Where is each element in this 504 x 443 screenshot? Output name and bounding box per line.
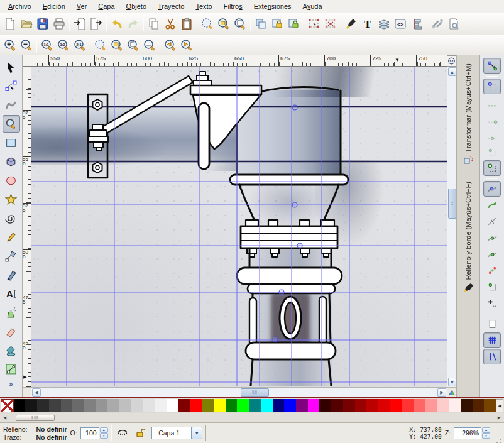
zoom-down-button[interactable]: ▼ [482, 433, 490, 439]
zoom-tool-button[interactable] [3, 115, 20, 133]
zoom-previous-button[interactable] [162, 37, 178, 53]
paint-bucket-tool-button[interactable] [3, 341, 20, 359]
zoom-1-2-button[interactable]: 1:2 [55, 37, 72, 53]
menu-edicion[interactable]: Edición [37, 1, 71, 11]
snap-bbox-edge-midpoints-button[interactable] [483, 128, 501, 143]
swatch-552200[interactable] [473, 399, 485, 412]
swatch-bb0000[interactable] [366, 399, 378, 412]
swatch-555555[interactable] [61, 399, 73, 412]
swatch-none[interactable] [1, 399, 14, 412]
node-editor-tool-button[interactable] [3, 77, 20, 95]
snap-object-centers-button[interactable] [483, 263, 501, 278]
box-3d-tool-button[interactable] [3, 153, 20, 170]
opacity-spinbox[interactable]: 100 ▲ ▼ [80, 427, 108, 439]
spiral-tool-button[interactable] [3, 209, 20, 227]
zoom-in-button[interactable] [2, 37, 18, 53]
snap-bbox-edges-button[interactable] [483, 95, 501, 111]
swatch-008000[interactable] [226, 399, 238, 412]
zoom-page-button[interactable] [125, 37, 141, 53]
menu-ver[interactable]: Ver [71, 1, 93, 11]
menu-archivo[interactable]: Archivo [3, 1, 37, 11]
tweak-tool-button[interactable] [3, 96, 20, 114]
layers-dialog-button[interactable] [376, 16, 392, 32]
pencil-tool-button[interactable] [3, 228, 20, 246]
swatch-0000ff[interactable] [284, 399, 296, 412]
zoom-drawing-button[interactable] [216, 16, 232, 32]
opacity-value[interactable]: 100 [80, 427, 99, 439]
zoom-1-1-corner-button[interactable]: 1:1 [447, 55, 456, 67]
gradient-tool-button[interactable] [3, 360, 20, 378]
swatch-aaaaaa[interactable] [107, 399, 119, 412]
undo-button[interactable] [109, 16, 125, 32]
duplicate-button[interactable] [253, 16, 269, 32]
swatch-2a2a2a[interactable] [37, 399, 49, 412]
swatch-6a6a6a[interactable] [72, 399, 84, 412]
snap-bbox-centers-button[interactable] [483, 144, 501, 160]
swatch-ffff00[interactable] [214, 399, 226, 412]
cut-button[interactable] [162, 16, 178, 32]
zoom-out-button[interactable] [18, 37, 35, 53]
swatch-ff00ff[interactable] [308, 399, 320, 412]
snap-bbox-corners-button[interactable] [483, 111, 501, 127]
swatch-990000[interactable] [355, 399, 367, 412]
swatch-ff9999[interactable] [425, 399, 437, 412]
swatch-404040[interactable] [49, 399, 61, 412]
layer-visibility-eye-icon[interactable] [115, 425, 130, 440]
swatch-550000[interactable] [331, 399, 343, 412]
menu-objeto[interactable]: Objeto [121, 1, 152, 11]
paste-button[interactable] [178, 16, 195, 32]
unlink-clone-button[interactable] [285, 16, 302, 32]
color-managed-view-button[interactable] [447, 387, 456, 397]
swatch-800080[interactable] [296, 399, 308, 412]
scroll-down-arrow[interactable]: ▼ [448, 378, 456, 386]
swatch-f0f0f0[interactable] [155, 399, 167, 412]
swatch-bfbfbf[interactable] [119, 399, 131, 412]
save-document-button[interactable] [35, 16, 51, 32]
swatch-959595[interactable] [96, 399, 108, 412]
swatch-ffffff[interactable] [167, 399, 178, 412]
snap-bbox-button[interactable] [483, 79, 501, 94]
redo-button[interactable] [125, 16, 141, 32]
snap-paths-button[interactable] [483, 181, 501, 197]
swatch-dd0000[interactable] [378, 399, 390, 412]
snap-cusp-nodes-button[interactable] [483, 214, 501, 229]
layer-selector[interactable]: - Capa 1 ▼ [151, 427, 202, 439]
vertical-ruler[interactable]: 575550525500475450▶ [23, 67, 31, 387]
rectangle-tool-button[interactable] [3, 134, 20, 151]
opacity-up-button[interactable]: ▲ [100, 427, 108, 433]
palette-scroll-left-arrow[interactable]: ◀ [496, 399, 503, 412]
swatch-000080[interactable] [273, 399, 285, 412]
snap-midpoints-button[interactable] [483, 246, 501, 262]
toolbox-overflow-chevron[interactable]: » [9, 380, 13, 388]
snap-page-border-button[interactable] [483, 316, 501, 332]
layer-dropdown-arrow[interactable]: ▼ [192, 427, 202, 439]
scroll-left-arrow[interactable]: ◀ [32, 388, 41, 397]
star-tool-button[interactable] [3, 190, 20, 208]
palette-scroll-thumb[interactable]: ⦀⦀⦀ [16, 415, 55, 421]
horizontal-scrollbar[interactable]: ◀ ⦀⦀ ▶ [31, 387, 447, 397]
spray-tool-button[interactable] [3, 304, 20, 321]
menu-filtros[interactable]: Filtros [218, 1, 248, 11]
menu-ayuda[interactable]: Ayuda [297, 1, 328, 11]
snap-text-baselines-button[interactable] [483, 295, 501, 311]
select-all-button[interactable] [306, 16, 322, 32]
swatch-00ff00[interactable] [237, 399, 249, 412]
fill-stroke-dialog-button[interactable] [343, 16, 359, 32]
zoom-next-button[interactable] [178, 37, 195, 53]
fill-stroke-indicator[interactable]: Relleno: No definir Trazo: No definir [3, 425, 67, 441]
layer-lock-icon[interactable] [133, 425, 148, 440]
swatch-008080[interactable] [249, 399, 261, 412]
zoom-page-button[interactable] [232, 16, 248, 32]
zoom-selection-button[interactable] [92, 37, 109, 53]
window-resize-grip[interactable] [493, 435, 501, 443]
swatch-000000[interactable] [14, 399, 26, 412]
selector-tool-button[interactable] [3, 58, 20, 76]
scroll-up-arrow[interactable]: ▲ [448, 67, 456, 76]
import-button[interactable] [72, 16, 88, 32]
horizontal-scroll-thumb[interactable]: ⦀⦀ [241, 388, 269, 397]
swatch-770000[interactable] [343, 399, 355, 412]
align-dialog-button[interactable] [408, 16, 425, 32]
zoom-drawing-button[interactable] [109, 37, 125, 53]
swatch-808080[interactable] [84, 399, 96, 412]
swatch-ff0000[interactable] [190, 399, 202, 412]
